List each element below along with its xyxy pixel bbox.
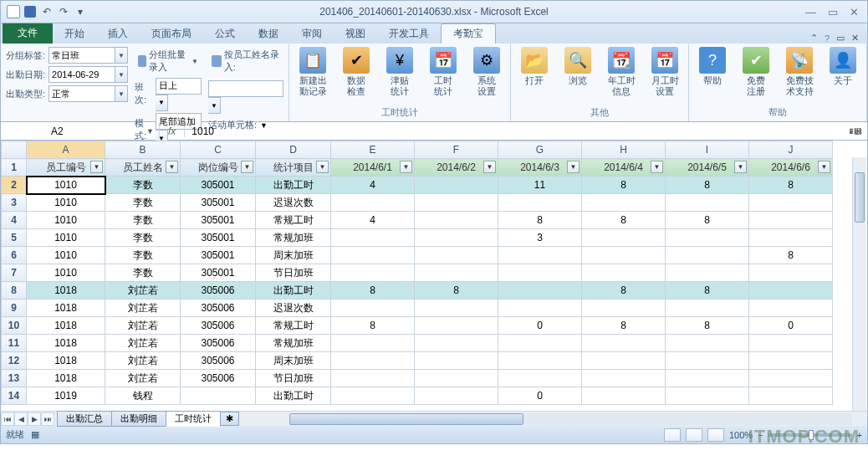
cell[interactable]: 8 bbox=[331, 317, 415, 335]
btn-help[interactable]: ?帮助 bbox=[692, 45, 733, 88]
cell[interactable] bbox=[331, 387, 415, 405]
cell[interactable]: 305006 bbox=[181, 335, 256, 352]
zoom-out-button[interactable]: − bbox=[758, 430, 763, 440]
cell[interactable]: 常规工时 bbox=[256, 317, 331, 335]
cell[interactable]: 刘芷若 bbox=[105, 335, 181, 352]
cell[interactable]: 出勤工时 bbox=[256, 282, 331, 300]
filter-icon[interactable]: ▼ bbox=[316, 161, 329, 173]
row-header-6[interactable]: 6 bbox=[2, 247, 27, 264]
btn-new-record[interactable]: 📋新建出 勤记录 bbox=[293, 45, 333, 99]
row-header-7[interactable]: 7 bbox=[2, 264, 27, 282]
undo-button[interactable]: ↶ bbox=[39, 4, 54, 19]
row-header-10[interactable]: 10 bbox=[2, 317, 27, 335]
cell[interactable] bbox=[415, 335, 498, 352]
sheet-nav-first[interactable]: ⏮ bbox=[1, 412, 14, 426]
cell[interactable]: 常规加班 bbox=[256, 335, 331, 352]
cell[interactable] bbox=[666, 247, 749, 264]
horizontal-scrollbar[interactable] bbox=[289, 413, 852, 425]
cell[interactable]: 3 bbox=[498, 229, 582, 247]
cell[interactable] bbox=[749, 387, 833, 405]
cell[interactable]: 8 bbox=[582, 317, 666, 335]
btn-batch-entry[interactable]: 分组批量录入▼ bbox=[135, 47, 202, 75]
header-cell[interactable]: 统计项目▼ bbox=[256, 159, 331, 177]
cell[interactable] bbox=[749, 352, 833, 370]
combo-byname[interactable]: ▼ bbox=[208, 80, 283, 114]
tab-file[interactable]: 文件 bbox=[3, 23, 53, 44]
cell[interactable] bbox=[582, 335, 666, 352]
cell[interactable]: 0 bbox=[498, 317, 582, 335]
cell[interactable]: 0 bbox=[498, 387, 582, 405]
btn-about[interactable]: 👤关于 bbox=[823, 45, 863, 88]
cell[interactable]: 1018 bbox=[27, 370, 105, 387]
cell[interactable] bbox=[498, 335, 582, 352]
header-cell[interactable]: 2014/6/3▼ bbox=[498, 159, 582, 177]
cell[interactable] bbox=[331, 370, 415, 387]
cell[interactable] bbox=[331, 335, 415, 352]
zoom-slider[interactable] bbox=[768, 433, 852, 437]
cell[interactable]: 11 bbox=[498, 177, 582, 194]
cell[interactable] bbox=[749, 229, 833, 247]
cell[interactable] bbox=[415, 352, 498, 370]
cell[interactable] bbox=[415, 264, 498, 282]
cell[interactable]: 刘芷若 bbox=[105, 282, 181, 300]
col-header-E[interactable]: E bbox=[331, 141, 415, 159]
cell[interactable]: 8 bbox=[582, 177, 666, 194]
col-header-D[interactable]: D bbox=[256, 141, 331, 159]
tab-kaoqinbao[interactable]: 考勤宝 bbox=[441, 23, 496, 44]
cell[interactable]: 1019 bbox=[27, 387, 105, 405]
filter-icon[interactable]: ▼ bbox=[166, 161, 178, 173]
cell[interactable]: 8 bbox=[666, 282, 749, 300]
cell[interactable]: 1010 bbox=[27, 247, 105, 264]
cell[interactable]: 刘芷若 bbox=[105, 352, 181, 370]
btn-byname-entry[interactable]: 按员工姓名录入: bbox=[208, 47, 283, 75]
row-header-3[interactable]: 3 bbox=[2, 194, 27, 212]
cell[interactable] bbox=[498, 300, 582, 317]
cell[interactable]: 305006 bbox=[181, 352, 256, 370]
col-header-J[interactable]: J bbox=[749, 141, 833, 159]
cell[interactable] bbox=[666, 335, 749, 352]
cell[interactable]: 1018 bbox=[27, 352, 105, 370]
cell[interactable]: 节日加班 bbox=[256, 370, 331, 387]
cell[interactable]: 1018 bbox=[27, 317, 105, 335]
row-header-5[interactable]: 5 bbox=[2, 229, 27, 247]
tab-home[interactable]: 开始 bbox=[53, 24, 96, 44]
h-scroll-thumb[interactable] bbox=[289, 413, 523, 425]
filter-icon[interactable]: ▼ bbox=[734, 161, 747, 173]
cell[interactable] bbox=[331, 300, 415, 317]
cell[interactable]: 305001 bbox=[181, 194, 256, 212]
cell[interactable]: 305006 bbox=[181, 317, 256, 335]
filter-icon[interactable]: ▼ bbox=[90, 161, 103, 173]
maximize-button[interactable]: ▭ bbox=[828, 6, 838, 18]
cell[interactable] bbox=[582, 300, 666, 317]
help-icon[interactable]: ? bbox=[825, 33, 830, 44]
tab-layout[interactable]: 页面布局 bbox=[140, 24, 203, 44]
formula-input[interactable]: 1010 bbox=[185, 125, 845, 137]
cell[interactable] bbox=[749, 335, 833, 352]
cell[interactable] bbox=[666, 264, 749, 282]
cell[interactable]: 8 bbox=[415, 282, 498, 300]
cell[interactable]: 周末加班 bbox=[256, 247, 331, 264]
cell[interactable]: 8 bbox=[498, 212, 582, 229]
tab-formula[interactable]: 公式 bbox=[203, 24, 247, 44]
zoom-in-button[interactable]: + bbox=[857, 430, 862, 440]
cell[interactable]: 李数 bbox=[105, 177, 181, 194]
sheet-nav-prev[interactable]: ◀ bbox=[14, 412, 28, 426]
formula-expand-icon[interactable]: �⵼ bbox=[845, 127, 867, 136]
cell[interactable]: 305001 bbox=[181, 229, 256, 247]
cell[interactable]: 1010 bbox=[27, 264, 105, 282]
row-header-2[interactable]: 2 bbox=[2, 177, 27, 194]
row-header-9[interactable]: 9 bbox=[2, 300, 27, 317]
select-all-corner[interactable] bbox=[2, 141, 27, 159]
cell[interactable] bbox=[415, 194, 498, 212]
cell[interactable] bbox=[415, 387, 498, 405]
btn-hours[interactable]: 📅工时 统计 bbox=[423, 45, 463, 99]
filter-icon[interactable]: ▼ bbox=[483, 161, 496, 173]
cell[interactable] bbox=[666, 229, 749, 247]
sheet-tab-new[interactable]: ✱ bbox=[220, 412, 239, 426]
btn-settings[interactable]: ⚙系统 设置 bbox=[467, 45, 507, 99]
col-header-A[interactable]: A bbox=[27, 141, 105, 159]
cell[interactable] bbox=[749, 282, 833, 300]
btn-browse[interactable]: 🔍浏览 bbox=[558, 45, 598, 88]
cell[interactable]: 8 bbox=[749, 247, 833, 264]
cell[interactable]: 1010 bbox=[27, 194, 105, 212]
